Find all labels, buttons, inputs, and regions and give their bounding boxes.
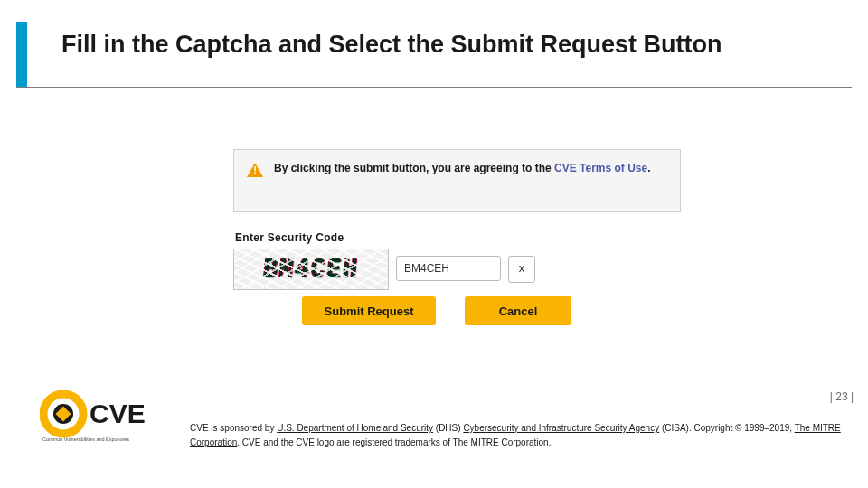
captcha-distortion xyxy=(234,249,388,289)
captcha-label: Enter Security Code xyxy=(235,231,344,244)
terms-pre: By clicking the submit button, you are a… xyxy=(274,162,554,174)
cancel-button[interactable]: Cancel xyxy=(465,296,571,325)
page-number: | 23 | xyxy=(830,390,854,403)
cve-logo: CVE Common Vulnerabilities and Exposures xyxy=(40,390,157,445)
captcha-image: BM4CEH xyxy=(233,249,389,290)
terms-panel: By clicking the submit button, you are a… xyxy=(233,149,681,212)
footer-t1: CVE is sponsored by xyxy=(190,423,277,433)
terms-link[interactable]: CVE Terms of Use xyxy=(554,162,647,174)
footer-text: CVE is sponsored by U.S. Department of H… xyxy=(190,421,852,449)
warning-icon xyxy=(247,163,263,177)
terms-text: By clicking the submit button, you are a… xyxy=(274,161,651,176)
captcha-clear-button[interactable]: x xyxy=(508,256,535,283)
slide-title: Fill in the Captcha and Select the Submi… xyxy=(61,31,722,59)
title-rule xyxy=(16,87,852,88)
footer-link-dhs[interactable]: U.S. Department of Homeland Security xyxy=(277,423,433,433)
footer-link-cisa[interactable]: Cybersecurity and Infrastructure Securit… xyxy=(463,423,659,433)
footer-t4: . CVE and the CVE logo are registered tr… xyxy=(237,437,551,447)
submit-request-button[interactable]: Submit Request xyxy=(302,296,436,325)
slide-accent-bar xyxy=(16,22,27,87)
footer-t3: (CISA). Copyright © 1999–2019, xyxy=(659,423,795,433)
captcha-input[interactable] xyxy=(396,256,501,281)
terms-post: . xyxy=(647,162,650,174)
logo-tagline: Common Vulnerabilities and Exposures xyxy=(42,436,129,442)
footer-t2: (DHS) xyxy=(433,423,463,433)
svg-text:CVE: CVE xyxy=(90,399,146,428)
